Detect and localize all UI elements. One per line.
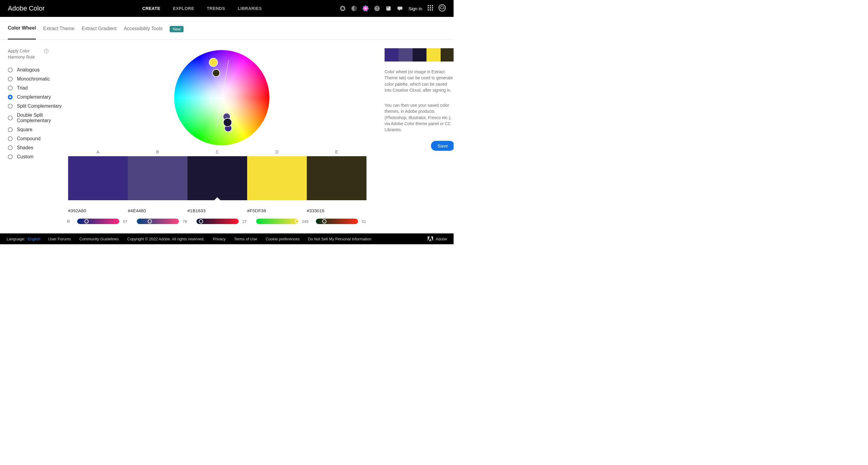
notification-icon[interactable] (385, 5, 392, 11)
save-button[interactable]: Save (431, 141, 454, 151)
rule-label: Double Split Complementary (17, 113, 68, 123)
tab-accessibility[interactable]: Accessibility Tools (124, 26, 163, 39)
color-adobe-icon[interactable] (363, 5, 369, 11)
rule-square[interactable]: Square (8, 127, 68, 133)
help-icon[interactable]: ? (44, 49, 49, 53)
apps-icon[interactable] (428, 5, 433, 12)
slider-cell: 27 (196, 219, 256, 224)
nav-libraries[interactable]: LIBRARIES (238, 6, 262, 11)
footer-link[interactable]: Terms of Use (234, 237, 257, 241)
new-badge: New (170, 26, 184, 32)
chat-icon[interactable] (397, 5, 403, 11)
r-slider[interactable] (137, 219, 179, 224)
radio-icon (8, 116, 13, 120)
nav-explore[interactable]: EXPLORE (173, 6, 194, 11)
language-value[interactable]: English (27, 237, 40, 241)
slider-knob[interactable] (322, 219, 327, 224)
footer: Language: English User ForumsCommunity G… (0, 233, 454, 244)
rule-split-complementary[interactable]: Split Complementary (8, 104, 68, 109)
radio-icon (8, 136, 13, 141)
adobe-brand[interactable]: Adobe (428, 236, 447, 241)
main: Apply Color Harmony Rule ? AnalogousMono… (0, 40, 454, 224)
slider-value[interactable]: 27 (242, 219, 247, 224)
rule-complementary[interactable]: Complementary (8, 94, 68, 100)
logo[interactable]: Adobe Color (8, 4, 44, 12)
svg-rect-13 (430, 7, 431, 8)
footer-link[interactable]: Copyright © 2022 Adobe. All rights reser… (127, 237, 204, 241)
wheel-handle[interactable] (209, 58, 218, 67)
slider-value[interactable]: 51 (362, 219, 366, 224)
rule-triad[interactable]: Triad (8, 85, 68, 91)
center-panel: ABCDE #392A80#4E4480#1B1633#F5DF38#33301… (68, 48, 375, 224)
footer-link[interactable]: Privacy (213, 237, 226, 241)
swatch[interactable] (247, 156, 307, 200)
footer-link[interactable]: Cookie preferences (266, 237, 300, 241)
adobe-logo-icon (428, 236, 433, 241)
slider-knob[interactable] (295, 219, 299, 224)
wheel-handle[interactable] (212, 69, 220, 77)
star-icon[interactable] (340, 5, 346, 11)
footer-link[interactable]: Do Not Sell My Personal Information (308, 237, 371, 241)
radio-icon (8, 154, 13, 159)
rule-analogous[interactable]: Analogous (8, 67, 68, 73)
swatch-label: C (187, 150, 247, 154)
swatch[interactable] (307, 156, 367, 200)
rule-double-split-complementary[interactable]: Double Split Complementary (8, 113, 68, 123)
rule-shades[interactable]: Shades (8, 145, 68, 150)
tab-extract-gradient[interactable]: Extract Gradient (82, 26, 117, 39)
color-wheel[interactable] (174, 50, 270, 145)
creative-cloud-icon[interactable] (438, 4, 446, 13)
radio-icon (8, 77, 13, 81)
mini-swatch-item[interactable] (427, 48, 440, 61)
description-1: Color wheel (or image in Extract Theme t… (384, 69, 454, 93)
mini-swatch-item[interactable] (412, 48, 427, 61)
slider-knob[interactable] (84, 219, 89, 224)
rule-compound[interactable]: Compound (8, 136, 68, 141)
sign-in-link[interactable]: Sign in (408, 6, 422, 11)
slider-row: R 57782724551 (68, 219, 375, 224)
r-slider[interactable] (316, 219, 358, 224)
right-panel: Color wheel (or image in Extract Theme t… (384, 48, 454, 224)
r-slider[interactable] (256, 219, 299, 224)
footer-link[interactable]: User Forums (48, 237, 71, 241)
slider-value[interactable]: 245 (302, 219, 309, 224)
tab-color-wheel[interactable]: Color Wheel (8, 25, 36, 39)
top-bar: Adobe Color CREATE EXPLORE TRENDS LIBRAR… (0, 0, 454, 17)
swatch[interactable] (128, 156, 187, 200)
radio-icon (8, 86, 13, 90)
adobe-brand-text: Adobe (435, 237, 447, 241)
svg-rect-17 (432, 9, 433, 10)
nav-create[interactable]: CREATE (142, 6, 160, 11)
hex-value[interactable]: #4E4480 (128, 208, 187, 213)
wheel-wrap (68, 48, 375, 145)
rule-label: Square (17, 127, 33, 133)
wheel-handle[interactable] (223, 118, 232, 127)
slider-knob[interactable] (199, 219, 203, 224)
mini-swatch-item[interactable] (441, 48, 454, 61)
hex-value[interactable]: #F5DF38 (247, 208, 307, 213)
swatch[interactable] (187, 156, 247, 200)
rule-monochromatic[interactable]: Monochromatic (8, 76, 68, 82)
mini-swatch-item[interactable] (384, 48, 398, 61)
hex-value[interactable]: #392A80 (68, 208, 128, 213)
rule-custom[interactable]: Custom (8, 154, 68, 159)
tab-extract-theme[interactable]: Extract Theme (43, 26, 74, 39)
rule-label: Shades (17, 145, 33, 150)
r-slider[interactable] (196, 219, 239, 224)
swatch[interactable] (68, 156, 128, 200)
slider-knob[interactable] (148, 219, 152, 224)
slider-value[interactable]: 57 (123, 219, 127, 224)
footer-link[interactable]: Community Guidelines (79, 237, 119, 241)
mini-swatch-item[interactable] (398, 48, 412, 61)
harmony-heading: Apply Color Harmony Rule ? (8, 48, 68, 60)
slider-value[interactable]: 78 (183, 219, 187, 224)
help-icon[interactable]: ? (374, 5, 380, 11)
hex-value[interactable]: #333016 (307, 208, 367, 213)
rule-label: Compound (17, 136, 40, 141)
contrast-icon[interactable] (351, 5, 357, 11)
hex-value[interactable]: #1B1633 (187, 208, 247, 213)
r-slider[interactable] (77, 219, 119, 224)
nav-trends[interactable]: TRENDS (207, 6, 225, 11)
slider-cell: 51 (316, 219, 375, 224)
swatch-labels: ABCDE (68, 150, 375, 154)
